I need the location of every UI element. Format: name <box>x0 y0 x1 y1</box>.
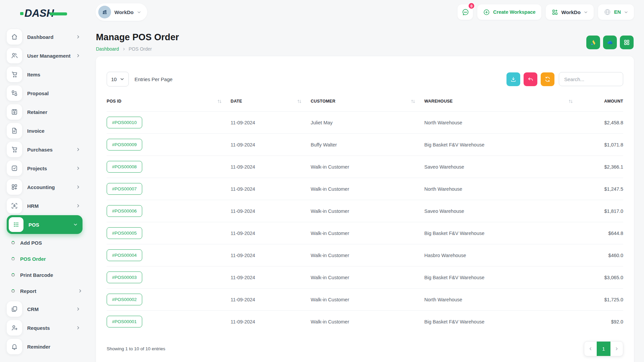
pos-submenu: Add POS POS Order Print Barcode Report <box>7 234 83 300</box>
entries-label: Entries Per Page <box>135 76 172 82</box>
entries-per-page-select[interactable]: 10 <box>107 72 129 86</box>
cell-amount: $2,458.8 <box>582 120 623 125</box>
pos-id-button[interactable]: #POS00003 <box>107 272 142 283</box>
grid-icon <box>623 39 630 46</box>
cell-customer: Walk-in Customer <box>311 297 424 302</box>
create-workspace-button[interactable]: Create Workspace <box>477 4 541 20</box>
app-menu-button[interactable]: WorkDo <box>546 4 594 20</box>
submenu-item-add-pos[interactable]: Add POS <box>11 235 83 251</box>
sidebar-item-reminder[interactable]: Reminder <box>7 337 83 356</box>
chevron-right-icon <box>122 47 126 51</box>
cell-amount: $1,725.0 <box>582 297 623 302</box>
pos-id-button[interactable]: #POS00002 <box>107 294 142 305</box>
sidebar-item-accounting[interactable]: Accounting <box>7 178 83 196</box>
sidebar-item-proposal[interactable]: Proposal <box>7 84 83 103</box>
submenu-item-pos-order[interactable]: POS Order <box>11 251 83 267</box>
google-drive-icon <box>590 39 597 46</box>
logo-bar-icon <box>50 12 67 15</box>
sidebar-item-items[interactable]: Items <box>7 65 83 84</box>
header-amount[interactable]: AMOUNT <box>582 99 623 104</box>
plus-circle-icon <box>483 9 490 16</box>
workspace-avatar <box>98 6 111 18</box>
header-date[interactable]: DATE <box>231 99 311 104</box>
cell-warehouse: Big Basket F&V Warehouse <box>424 142 582 147</box>
pos-order-table: POS ID DATE CUSTOMER WAREHOUSE AMOUNT #P… <box>107 91 623 333</box>
pos-id-button[interactable]: #POS00006 <box>107 205 142 217</box>
cell-warehouse: Saveo Warehouse <box>424 164 582 170</box>
table-row: #POS00003 11-09-2024 Walk-in Customer Bi… <box>107 266 623 288</box>
language-selector[interactable]: EN <box>598 4 634 20</box>
pos-id-button[interactable]: #POS00010 <box>107 117 142 128</box>
pos-id-button[interactable]: #POS00009 <box>107 139 142 150</box>
sidebar-item-hrm[interactable]: HRM <box>7 196 83 215</box>
bullet-icon <box>11 273 15 277</box>
sidebar-item-pos[interactable]: POS <box>7 215 83 234</box>
chevron-right-icon <box>76 185 80 189</box>
pos-id-button[interactable]: #POS00005 <box>107 227 142 239</box>
next-page-button[interactable] <box>610 342 623 356</box>
cell-amount: $92.0 <box>582 319 623 324</box>
header-warehouse[interactable]: WAREHOUSE <box>424 99 582 104</box>
messages-button[interactable]: 0 <box>458 4 473 20</box>
table-row: #POS00008 11-09-2024 Walk-in Customer Sa… <box>107 156 623 178</box>
pos-id-button[interactable]: #POS00008 <box>107 161 142 173</box>
cell-customer: Buffy Walter <box>311 142 424 147</box>
sidebar-item-projects[interactable]: Projects <box>7 159 83 178</box>
topbar: WorkDo 0 Create Workspace WorkDo EN <box>89 0 644 24</box>
onedrive-button[interactable] <box>603 36 617 49</box>
sidebar-item-dashboard[interactable]: Dashboard <box>7 27 83 46</box>
reset-button[interactable] <box>524 72 537 86</box>
header-customer[interactable]: CUSTOMER <box>311 99 424 104</box>
cell-date: 11-09-2024 <box>231 275 311 280</box>
building-icon <box>101 9 108 15</box>
cell-date: 11-09-2024 <box>231 142 311 147</box>
cell-customer: Walk-in Customer <box>311 253 424 258</box>
undo-icon <box>527 76 534 82</box>
file-text-icon <box>7 123 22 138</box>
logo-dot-icon <box>20 12 23 15</box>
users-icon <box>7 48 22 63</box>
pagination: 1 <box>584 341 623 356</box>
chevron-right-icon <box>614 347 619 351</box>
sidebar-item-retainer[interactable]: Retainer <box>7 103 83 121</box>
export-button[interactable] <box>506 72 520 86</box>
chevron-right-icon <box>76 166 80 171</box>
pos-id-button[interactable]: #POS00007 <box>107 183 142 195</box>
cell-customer: Walk-in Customer <box>311 231 424 236</box>
cell-customer: Walk-in Customer <box>311 164 424 170</box>
globe-icon <box>604 8 611 16</box>
pos-id-button[interactable]: #POS00004 <box>107 249 142 261</box>
google-drive-button[interactable] <box>586 36 600 49</box>
cell-warehouse: Saveo Warehouse <box>424 208 582 214</box>
header-pos-id[interactable]: POS ID <box>107 99 231 104</box>
app-logo[interactable]: DASH <box>20 7 83 19</box>
sidebar-item-crm[interactable]: CRM <box>7 300 83 318</box>
breadcrumb: Dashboard POS Order <box>96 46 179 52</box>
sidebar: DASH Dashboard User Management Items Pro… <box>0 0 89 362</box>
refresh-icon <box>544 76 551 82</box>
dots-grid-icon <box>9 217 23 232</box>
apps-grid-button[interactable] <box>620 36 634 49</box>
sort-icon <box>411 99 416 104</box>
entries-summary: Showing 1 to 10 of 10 entries <box>107 346 165 351</box>
cell-warehouse: North Warehouse <box>424 186 582 192</box>
pos-id-button[interactable]: #POS00001 <box>107 316 142 327</box>
submenu-item-print-barcode[interactable]: Print Barcode <box>11 267 83 283</box>
refresh-button[interactable] <box>541 72 554 86</box>
breadcrumb-dashboard-link[interactable]: Dashboard <box>96 46 119 52</box>
sidebar-item-purchases[interactable]: Purchases <box>7 140 83 159</box>
cell-amount: $2,366.1 <box>582 164 623 170</box>
entries-value: 10 <box>111 76 117 82</box>
sidebar-item-invoice[interactable]: Invoice <box>7 121 83 140</box>
search-input[interactable] <box>559 72 623 86</box>
language-code: EN <box>614 9 621 15</box>
page-number-current[interactable]: 1 <box>597 342 610 356</box>
chevron-left-icon <box>588 347 593 351</box>
submenu-item-report[interactable]: Report <box>11 283 83 299</box>
chevron-right-icon <box>76 203 80 208</box>
sidebar-item-requests[interactable]: Requests <box>7 318 83 337</box>
sidebar-item-user-management[interactable]: User Management <box>7 46 83 65</box>
prev-page-button[interactable] <box>584 342 597 356</box>
table-row: #POS00005 11-09-2024 Walk-in Customer Bi… <box>107 222 623 244</box>
workspace-selector[interactable]: WorkDo <box>96 3 147 21</box>
